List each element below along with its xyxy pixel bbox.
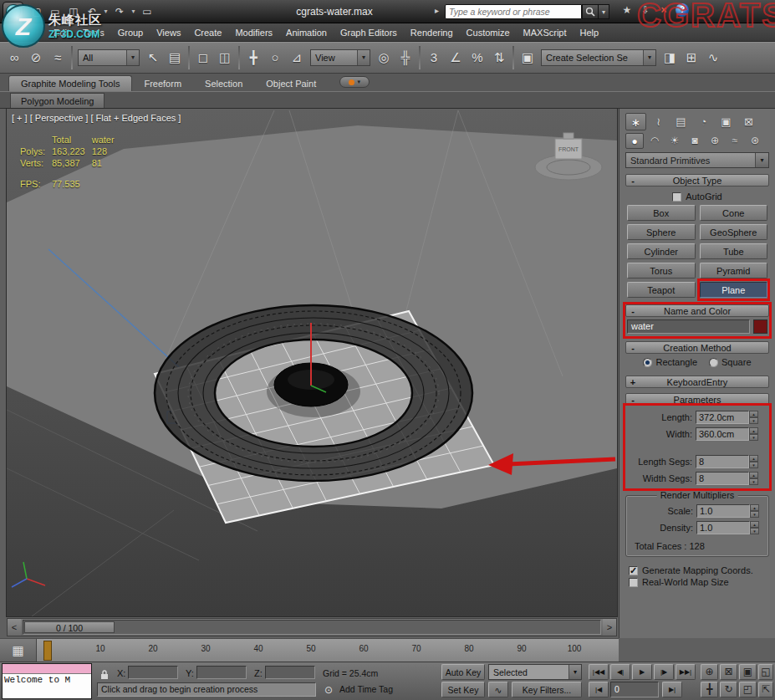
length-field[interactable]: 372.0cm (696, 411, 749, 424)
cameras-category-icon[interactable]: ◙ (686, 133, 704, 149)
search-input[interactable] (445, 4, 582, 19)
space-warps-category-icon[interactable]: ≈ (726, 133, 744, 149)
menu-animation[interactable]: Animation (279, 23, 334, 42)
next-key-button[interactable]: ▶| (662, 682, 682, 697)
save-file-icon[interactable]: ◫ (65, 3, 82, 20)
spinner-snap-icon[interactable]: ⇅ (488, 47, 510, 69)
menu-create[interactable]: Create (187, 23, 228, 42)
button-sphere[interactable]: Sphere (627, 224, 696, 240)
generate-mapping-coords-checkbox[interactable]: Generate Mapping Coords. (629, 565, 769, 575)
workspace-caret-icon[interactable]: ▸ (435, 6, 439, 15)
named-selection-set-dropdown[interactable]: Create Selection Se▾ (541, 49, 656, 66)
length-spinner[interactable]: ▴▾ (749, 411, 758, 424)
reference-coordinate-dropdown[interactable]: View▾ (310, 49, 370, 66)
auto-key-button[interactable]: Auto Key (441, 664, 485, 680)
button-cylinder[interactable]: Cylinder (627, 243, 696, 259)
button-plane[interactable]: Plane (700, 282, 768, 298)
default-in-out-tangents-icon[interactable]: ∿ (488, 682, 508, 697)
systems-category-icon[interactable]: ⊛ (746, 133, 764, 149)
key-filters-button[interactable]: Key Filters... (512, 682, 582, 697)
select-and-manipulate-icon[interactable]: ╬ (395, 47, 416, 69)
unlink-selection-icon[interactable]: ⊘ (25, 47, 47, 69)
select-and-move-icon[interactable]: ╋ (242, 47, 264, 69)
menu-views[interactable]: Views (150, 23, 187, 42)
go-to-start-button[interactable]: |◀◀ (589, 664, 609, 680)
menu-edit[interactable]: Edit (47, 23, 76, 42)
redo-icon[interactable]: ↷ (111, 3, 128, 20)
length-segs-spinner[interactable]: ▴▾ (749, 455, 758, 468)
width-segs-spinner[interactable]: ▴▾ (749, 472, 758, 485)
menu-help[interactable]: Help (574, 23, 606, 42)
project-folder-icon[interactable]: ▭ (139, 3, 156, 20)
pan-icon[interactable]: ╋ (701, 682, 718, 697)
selection-filter-dropdown[interactable]: All▾ (78, 49, 140, 66)
bind-to-space-warp-icon[interactable]: ≈ (47, 47, 69, 69)
density-field[interactable]: 1.0 (696, 521, 750, 534)
new-scene-icon[interactable]: ▢ (28, 3, 45, 20)
add-time-tag[interactable]: Add Time Tag (339, 684, 393, 694)
scale-spinner[interactable]: ▴▾ (750, 504, 759, 518)
named-selection-sets-icon[interactable]: ▣ (517, 47, 538, 69)
chevron-down-icon[interactable]: ▾ (126, 50, 139, 65)
rollout-header-keyboard-entry[interactable]: + KeyboardEntry (625, 376, 769, 388)
undo-caret-icon[interactable]: ▾ (102, 3, 110, 20)
select-and-link-icon[interactable]: ∞ (3, 47, 25, 69)
helpers-category-icon[interactable]: ⊕ (706, 133, 724, 149)
button-torus[interactable]: Torus (627, 263, 696, 278)
tab-graphite-modeling-tools[interactable]: Graphite Modeling Tools (8, 75, 132, 91)
lock-selection-icon[interactable] (97, 667, 112, 682)
select-and-rotate-icon[interactable]: ○ (264, 47, 286, 69)
rollout-header-creation-method[interactable]: - Creation Method (625, 341, 769, 354)
select-object-icon[interactable]: ↖ (142, 47, 164, 69)
orbit-icon[interactable]: ↻ (720, 682, 737, 697)
z-coordinate-field[interactable] (265, 666, 315, 679)
autogrid-checkbox[interactable]: AutoGrid (627, 192, 767, 202)
next-frame-arrow[interactable]: > (603, 619, 616, 636)
panel-polygon-modeling[interactable]: Polygon Modeling (10, 93, 105, 108)
real-world-map-size-checkbox[interactable]: Real-World Map Size (629, 577, 769, 587)
selection-set-key-dropdown[interactable]: Selected▾ (488, 664, 582, 680)
align-icon[interactable]: ⊞ (681, 47, 702, 69)
width-field[interactable]: 360.0cm (696, 427, 749, 441)
communication-center-icon[interactable]: ⇩ (639, 4, 652, 16)
motion-tab-icon[interactable]: ◔ (693, 113, 714, 130)
listener-pane[interactable]: Welcome to M (3, 674, 91, 698)
snaps-toggle-icon[interactable]: 3 (423, 47, 445, 69)
primitive-category-dropdown[interactable]: Standard Primitives ▾ (625, 152, 769, 168)
redo-caret-icon[interactable]: ▾ (130, 3, 137, 20)
rollout-header-parameters[interactable]: - Parameters (625, 393, 769, 406)
maxscript-mini-listener[interactable]: Welcome to M (2, 663, 92, 699)
y-coordinate-field[interactable] (196, 666, 247, 679)
current-frame-field[interactable]: 0 (610, 682, 659, 697)
zoom-icon[interactable]: ⊕ (701, 664, 718, 680)
window-crossing-icon[interactable]: ◫ (214, 47, 236, 69)
button-cone[interactable]: Cone (700, 205, 768, 221)
menu-tools[interactable]: Tools (76, 23, 111, 42)
search-options-caret-icon[interactable]: ▾ (599, 4, 609, 19)
scale-field[interactable]: 1.0 (696, 504, 750, 518)
angle-snap-icon[interactable]: ∠ (445, 47, 467, 69)
button-teapot[interactable]: Teapot (627, 282, 696, 298)
chevron-down-icon[interactable]: ▾ (357, 50, 370, 65)
application-button[interactable] (3, 2, 23, 22)
viewport-label[interactable]: [ + ] [ Perspective ] [ Flat + Edged Fac… (12, 113, 181, 123)
track-bar-ruler[interactable]: 0 10 20 30 40 50 60 70 80 90 100 (37, 639, 619, 662)
track-bar[interactable]: ▦ 0 10 20 30 40 50 60 70 80 90 100 (0, 638, 619, 662)
zoom-all-icon[interactable]: ⊠ (720, 664, 737, 680)
lights-category-icon[interactable]: ☀ (665, 133, 684, 149)
tab-selection[interactable]: Selection (193, 76, 254, 91)
field-of-view-icon[interactable]: ◰ (739, 682, 757, 697)
undo-icon[interactable]: ↶ (84, 3, 100, 20)
select-and-scale-icon[interactable]: ⊿ (286, 47, 308, 69)
set-key-button[interactable]: Set Key (441, 682, 485, 697)
next-frame-button[interactable]: |▶ (654, 664, 674, 680)
autogrid-checkbox-box[interactable] (672, 192, 681, 202)
help-icon[interactable]: ? (676, 3, 689, 17)
mirror-icon[interactable]: ◨ (659, 47, 681, 69)
menu-graph-editors[interactable]: Graph Editors (334, 23, 404, 42)
previous-key-button[interactable]: |◀ (589, 682, 609, 697)
utilities-tab-icon[interactable]: ⊠ (738, 113, 759, 130)
modify-tab-icon[interactable]: ≀ (648, 113, 669, 130)
mini-curve-editor-icon[interactable]: ▦ (0, 639, 37, 662)
rollout-header-object-type[interactable]: - Object Type (625, 174, 769, 186)
